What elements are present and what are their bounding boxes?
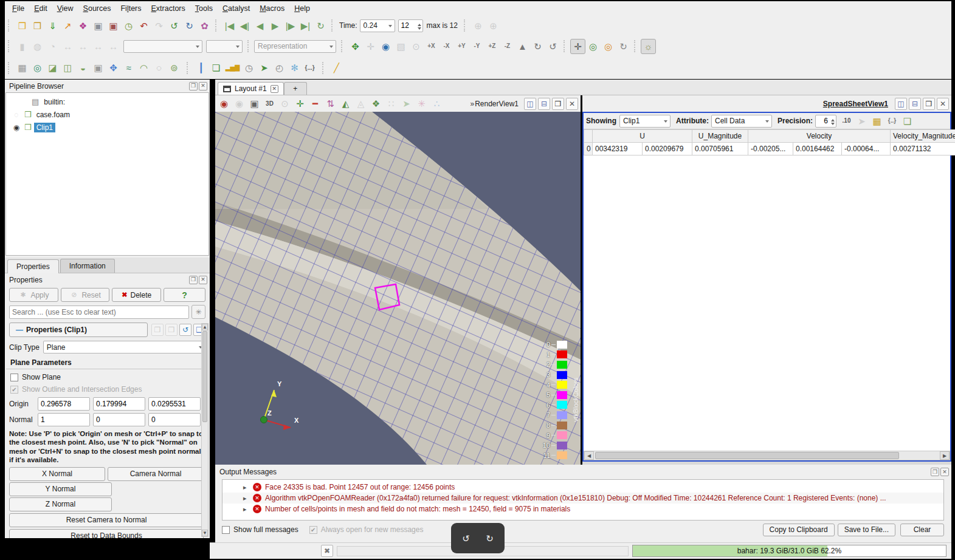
catalyst-icon[interactable]: ❖	[75, 18, 91, 33]
field-data-icon[interactable]: {..}	[884, 114, 900, 129]
next-frame-icon[interactable]: |▶	[283, 18, 298, 33]
visibility-eye-open-icon[interactable]: ◉	[11, 123, 22, 132]
select-surface-cells-icon[interactable]: ◭	[338, 96, 353, 111]
error-message-row[interactable]: ▸✕Face 24335 is bad. Point 12457 out of …	[222, 482, 943, 493]
data-cell[interactable]: -0.00205...	[748, 143, 793, 155]
data-cell[interactable]: -0.00064...	[842, 143, 891, 155]
reload-properties-icon[interactable]: ↺	[179, 324, 191, 336]
show-full-messages-checkbox[interactable]	[222, 526, 230, 534]
abort-progress-icon[interactable]: ✖	[321, 545, 333, 557]
menu-sources[interactable]: Sources	[78, 3, 116, 14]
properties-scrollbar-thumb[interactable]	[202, 331, 207, 422]
auto-apply-icon[interactable]: ◷	[121, 18, 136, 33]
scroll-up-icon[interactable]: ▲	[202, 324, 208, 330]
contour-icon[interactable]: ◎	[30, 60, 45, 75]
probe-location-icon[interactable]: ➤	[257, 60, 272, 75]
zoom-window-icon[interactable]: ⊙	[277, 96, 292, 111]
zoom-to-selection-icon[interactable]: ⊙	[409, 39, 424, 54]
interactive-select-cells-icon[interactable]: ✳	[414, 96, 429, 111]
attribute-combo[interactable]: Cell Data	[711, 115, 772, 128]
rescale-visible-range-icon[interactable]: ↔	[106, 39, 121, 54]
apply-button[interactable]: ✱Apply	[9, 288, 58, 302]
stream-tracer-icon[interactable]: ≈	[121, 60, 136, 75]
error-message-row[interactable]: ▸✕Number of cells/points in mesh and fie…	[222, 504, 943, 514]
touch-undo-icon[interactable]: ↺	[458, 531, 474, 546]
previous-frame-icon[interactable]: ◀|	[237, 18, 252, 33]
capture-screenshot-icon[interactable]: ▣	[247, 96, 262, 111]
split-vertical-icon[interactable]: ⊟	[538, 98, 550, 110]
toolbar-handle[interactable]	[8, 19, 12, 32]
close-view-icon[interactable]: ✕	[566, 98, 578, 110]
temporal-interpolator-icon[interactable]: ✻	[287, 60, 302, 75]
toggle-2d3d-icon[interactable]: 3D	[262, 96, 277, 111]
menu-filters[interactable]: Filters	[115, 3, 146, 14]
threshold-icon[interactable]: ◒	[75, 60, 91, 75]
link-camera-icon[interactable]: ◉	[232, 96, 247, 111]
extract-block-icon[interactable]: ⊚	[167, 60, 182, 75]
histogram-icon[interactable]: ▂▅▇	[224, 60, 241, 75]
camera-redo-icon[interactable]: ↻	[182, 18, 197, 33]
normal-y-field[interactable]	[93, 413, 145, 426]
view-plus-y-icon[interactable]: +Y	[454, 39, 469, 54]
expand-message-icon[interactable]: ▸	[243, 505, 249, 513]
extract-selection-icon[interactable]: ❏	[209, 60, 224, 75]
frame-input[interactable]	[399, 21, 415, 30]
normal-z-field[interactable]	[148, 413, 201, 426]
menu-help[interactable]: Help	[289, 3, 315, 14]
view-minus-x-icon[interactable]: -X	[439, 39, 454, 54]
menu-view[interactable]: View	[52, 3, 78, 14]
ruler-icon[interactable]: ╱	[329, 60, 344, 75]
reset-camera-to-normal-button[interactable]: Reset Camera to Normal	[9, 513, 204, 527]
select-cells-add-icon[interactable]: ✛	[292, 96, 308, 111]
origin-z-field[interactable]	[148, 397, 201, 411]
copy-properties-icon[interactable]: ❐	[151, 324, 164, 336]
menu-extractors[interactable]: Extractors	[147, 3, 190, 14]
rescale-custom-range-icon[interactable]: ↔	[75, 39, 91, 54]
rotate-90-ccw-icon[interactable]: ↺	[545, 39, 560, 54]
close-panel-icon[interactable]: ✕	[199, 276, 207, 284]
split-horizontal-icon[interactable]: ◫	[895, 98, 907, 110]
expand-message-icon[interactable]: ▸	[243, 494, 249, 502]
menu-catalyst[interactable]: Catalyst	[218, 3, 255, 14]
disconnect-server-icon[interactable]: ▣	[106, 18, 121, 33]
paste-properties-icon[interactable]: ❐	[165, 324, 178, 336]
light-kit-icon[interactable]: ☼	[641, 39, 656, 54]
toolbar-handle[interactable]	[215, 19, 219, 32]
group-datasets-icon[interactable]: ◌	[151, 60, 167, 75]
color-swatch-icon[interactable]: ▮	[15, 39, 30, 54]
plot-over-line-icon[interactable]: ┃	[193, 60, 209, 75]
component-combo[interactable]	[206, 40, 243, 53]
view-isometric-icon[interactable]: ▲	[515, 39, 530, 54]
color-palette-icon[interactable]: ✿	[197, 18, 212, 33]
show-plane-checkbox[interactable]	[10, 374, 18, 381]
clip-icon[interactable]: ◪	[45, 60, 60, 75]
frame-spinbox[interactable]	[398, 19, 423, 32]
error-message-row[interactable]: ▸✕Algorithm vtkPOpenFOAMReader (0x172a4f…	[222, 493, 943, 504]
data-cell[interactable]: 0.00164462	[793, 143, 842, 155]
save-to-file-button[interactable]: Save to File...	[838, 524, 895, 536]
color-by-combo[interactable]	[123, 40, 202, 53]
reset-to-data-bounds-button[interactable]: Reset to Data Bounds	[9, 529, 204, 538]
clear-button[interactable]: Clear	[900, 524, 944, 536]
select-frustum-points-icon[interactable]: ∷	[384, 96, 399, 111]
showing-combo[interactable]: Clip1	[619, 115, 671, 128]
menu-tools[interactable]: Tools	[190, 3, 218, 14]
plot-selection-over-time-icon[interactable]: ◷	[241, 60, 257, 75]
reset-session-icon[interactable]: ↗	[60, 18, 75, 33]
select-block-icon[interactable]: ➤	[399, 96, 414, 111]
data-cell[interactable]: 0.00271132	[891, 143, 955, 155]
adjust-camera-icon[interactable]: ◉	[216, 96, 232, 111]
camera-normal-button[interactable]: Camera Normal	[108, 467, 204, 481]
properties-scrollbar[interactable]: ▲ ▼	[201, 323, 209, 537]
tab-information[interactable]: Information	[60, 259, 115, 273]
select-cells-subtract-icon[interactable]: ━	[308, 96, 323, 111]
zoom-to-data-icon[interactable]: ✛	[363, 39, 378, 54]
origin-y-field[interactable]	[93, 397, 145, 411]
help-button[interactable]: ?	[164, 288, 205, 302]
glyph-icon[interactable]: ✥	[106, 60, 121, 75]
close-view-icon[interactable]: ✕	[937, 98, 949, 110]
data-cell[interactable]: 0.00209679	[643, 143, 692, 155]
toolbar-handle[interactable]	[331, 19, 335, 32]
export-spreadsheet-icon[interactable]: ❏	[900, 114, 915, 129]
reset-range-icon[interactable]: ◔	[45, 39, 60, 54]
